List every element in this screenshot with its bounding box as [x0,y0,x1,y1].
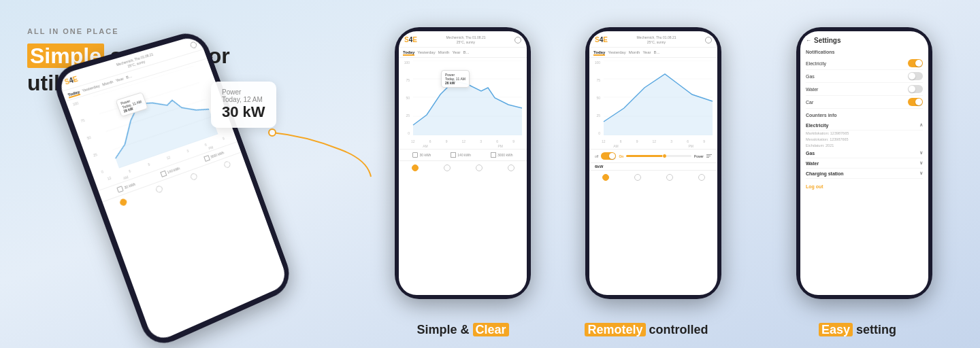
settings-row-electricity: Electricity [806,57,923,70]
nav-dot-r1[interactable] [602,174,609,181]
tab-today-c[interactable]: Today [403,50,414,56]
gear-icon-remote[interactable] [705,37,712,44]
counters-title: Counters info [806,113,923,118]
toggle-water[interactable] [908,85,923,93]
caption-settings: Easy setting [783,323,932,337]
caption-setting: setting [853,323,896,336]
phone-remote: S4E Mechernich, Thu 01.08.21 25°C, sunny… [585,27,721,299]
power-slider[interactable] [626,155,691,157]
filter-icon[interactable] [706,154,712,158]
nav-dot-r2[interactable] [634,174,641,181]
phone-settings: ← Settings Notifications Electricity Gas… [796,27,932,299]
settings-title: Settings [814,37,840,44]
nav-dot-r4[interactable] [698,174,705,181]
settings-row-car: Car [806,96,923,109]
tab-month-c[interactable]: Month [438,50,450,56]
tab-yesterday-r[interactable]: Yesterday [608,50,625,56]
app-logo-tilted: S4E [63,75,79,86]
tab-yesterday-c[interactable]: Yesterday [417,50,435,56]
weather-temp-remote: 25°C, sunny [636,40,676,45]
chart-area-remote: 1007550250 [589,58,717,139]
logout-button[interactable]: Log out [806,184,923,189]
chevron-down-water-icon: ∨ [919,160,923,166]
tooltip-label1: Power [222,88,265,96]
toggle-electricity[interactable] [908,59,923,67]
caption-center: Simple & Clear [395,323,531,337]
chevron-down-gas-icon: ∨ [919,150,923,156]
caption-remotely: Remotely [585,323,645,336]
weather-city-remote: Mechernich, Thu 01.08.21 [636,35,676,40]
nav-dot-c2[interactable] [444,164,451,171]
tooltip-value: 30 kW [222,103,265,121]
nav-dot-r3[interactable] [666,174,673,181]
accordion-gas[interactable]: Gas ∨ [806,148,923,158]
app-logo-remote: S4E [595,36,608,44]
caption-controlled: controlled [646,323,708,336]
toggle-on-label: On [619,154,623,158]
back-arrow-icon[interactable]: ← [806,37,811,44]
footer-nav-remote [589,170,717,184]
app-stats-center: 30 kWh 140 kWh 3000 kWh [399,149,527,160]
tagline: ALL IN ONE PLACE [27,27,286,35]
remote-controls: off On Power [589,149,717,163]
power-tooltip: Power Today, 12 AM 30 kW [211,82,276,128]
gear-icon-tilted[interactable] [189,41,197,49]
tooltip-label2: Today, 12 AM [222,96,265,103]
nav-dot-2[interactable] [155,185,164,194]
counter-electricity-details: Marktlokation: 123987665 Messlokation: 1… [806,130,923,148]
accordion-charging[interactable]: Charging station ∨ [806,169,923,179]
app-tabs-center: Today Yesterday Month Year B... [399,48,527,58]
weather-city-center: Mechernich, Thu 01.08.21 [446,35,485,40]
nav-dot-3[interactable] [190,173,198,181]
tab-today-r[interactable]: Today [593,50,605,56]
nav-dot-c4[interactable] [508,164,514,171]
caption-remote: Remotely controlled [572,323,721,337]
toggle-car[interactable] [908,98,923,106]
power-value: 6kW [589,163,717,170]
accordion-water[interactable]: Water ∨ [806,158,923,169]
tab-b-r[interactable]: B... [654,50,660,56]
nav-dot-c1[interactable] [412,164,419,171]
toggle-gas[interactable] [908,72,923,80]
nav-dot-4[interactable] [223,160,231,169]
caption-clear: Clear [473,323,509,336]
weather-temp-center: 25°C, sunny [446,40,485,45]
chart-tooltip-center: PowerToday, 11 AM26 kW [441,70,470,88]
settings-header: ← Settings [806,37,923,44]
chevron-up-icon: ∧ [919,122,923,128]
accordion-electricity[interactable]: Electricity ∧ [806,120,923,130]
tab-year-r[interactable]: Year [642,50,651,56]
tab-year[interactable]: Year [115,76,125,84]
settings-row-water: Water [806,83,923,96]
nav-dot-c3[interactable] [476,164,483,171]
notifications-title: Notifications [806,50,923,54]
tab-b[interactable]: B... [125,74,133,81]
chart-area-center: 1007550250 PowerToday, 11 AM26 kW [399,58,527,139]
tab-b-c[interactable]: B... [463,50,470,56]
power-toggle[interactable] [601,152,616,160]
tab-year-c[interactable]: Year [452,50,460,56]
tab-month-r[interactable]: Month [629,50,640,56]
caption-easy: Easy [819,323,853,336]
toggle-off-label: off [595,154,598,158]
y-axis-center: 1007550250 [399,60,410,135]
power-label: Power [694,154,704,158]
footer-nav-center [399,160,527,175]
gear-icon-center[interactable] [514,37,521,44]
app-logo-center: S4E [404,36,417,44]
settings-row-gas: Gas [806,70,923,83]
nav-dot-1[interactable] [119,198,128,207]
app-tabs-remote: Today Yesterday Month Year B... [589,48,717,58]
chevron-down-charging-icon: ∨ [919,171,923,176]
phone-center: S4E Mechernich, Thu 01.08.21 25°C, sunny… [395,27,531,299]
